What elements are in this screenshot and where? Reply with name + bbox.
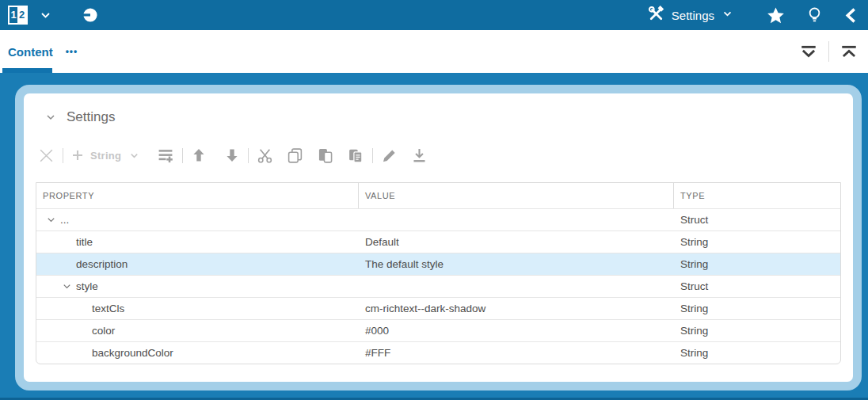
value-cell: #000 [359,320,674,341]
edit-button[interactable] [381,147,398,164]
tab-bar: Content ••• [0,30,868,73]
tab-content[interactable]: Content [0,30,53,73]
expand-panel-down-icon[interactable] [799,43,818,60]
value-cell: #FFF [359,342,674,364]
property-name: color [92,325,115,337]
property-name: description [76,258,128,270]
collapse-panel-up-icon[interactable] [839,43,858,60]
top-bar: 1 2 Settings [0,0,868,30]
value-cell: cm-richtext--dark-shadow [359,298,674,319]
value-cell [359,209,674,230]
row-expander-chevron-icon[interactable] [46,215,60,225]
property-cell: ... [36,209,359,230]
toolbar-divider [248,148,249,163]
tab-content-label: Content [8,45,53,59]
property-cell: backgroundColor [36,342,359,364]
grid-row[interactable]: backgroundColor #FFF String [36,341,840,364]
document-stage: Settings String [0,73,868,400]
grid-body: ... Struct title Default String descript… [36,208,840,364]
grid-row[interactable]: style Struct [36,275,840,297]
section-collapse-chevron-icon [45,112,56,123]
app-logo-right: 2 [17,7,26,23]
type-cell: Struct [674,209,840,230]
add-list-item-button[interactable] [157,147,174,164]
toolbar-divider [63,148,63,163]
cut-button[interactable] [257,147,273,164]
chevron-left-icon[interactable] [843,7,858,24]
settings-menu-label: Settings [672,9,714,22]
lightbulb-icon[interactable] [806,6,823,25]
app-logo[interactable]: 1 2 [8,6,28,25]
paste-all-button[interactable] [347,147,364,164]
move-up-button[interactable] [191,147,207,163]
tabbar-actions [799,41,868,62]
type-cell: String [674,342,840,364]
property-cell: style [36,276,359,297]
add-property-split-button[interactable]: String [71,149,139,162]
property-cell: textCls [36,298,359,319]
settings-menu-button[interactable]: Settings [648,6,733,25]
favorites-star-icon[interactable] [767,6,785,25]
grid-row[interactable]: ... Struct [36,208,840,230]
grid-row[interactable]: color #000 String [36,319,840,341]
value-cell: The default style [359,253,674,275]
grid-row[interactable]: title Default String [36,230,840,253]
settings-section-header[interactable]: Settings [45,109,853,125]
settings-chevron-down-icon [721,8,733,23]
grid-row[interactable]: description The default style String [36,253,840,275]
delete-property-button[interactable] [38,147,55,164]
type-cell: String [674,298,840,319]
type-cell: Struct [674,276,840,297]
struct-editor-toolbar: String [38,146,853,165]
grid-header: PROPERTY VALUE TYPE [36,183,840,208]
type-cell: String [674,320,840,341]
app-menu-chevron-down-icon[interactable] [39,9,52,22]
property-name: textCls [92,303,124,314]
property-name: title [76,236,93,248]
type-cell: String [674,253,840,275]
property-cell: description [36,253,359,275]
grid-row[interactable]: textCls cm-richtext--dark-shadow String [36,297,840,319]
value-cell [359,276,674,297]
property-cell: color [36,320,359,341]
property-name: ... [60,214,69,226]
move-down-button[interactable] [224,147,240,163]
row-expander-chevron-icon[interactable] [62,281,76,291]
app-logo-left: 1 [10,7,17,23]
section-title: Settings [67,109,115,125]
type-cell: String [674,231,840,253]
tabbar-divider [828,41,829,62]
column-header-property[interactable]: PROPERTY [36,183,359,208]
value-cell: Default [359,231,674,253]
toolbar-divider [182,148,183,163]
property-name: style [76,280,98,292]
column-header-type[interactable]: TYPE [674,183,840,208]
column-header-value[interactable]: VALUE [359,183,674,208]
paste-button[interactable] [317,147,333,164]
property-name: backgroundColor [92,347,173,359]
add-property-chevron-down-icon [129,150,139,161]
tab-overflow-menu[interactable]: ••• [66,46,78,57]
coremedia-sphere-icon[interactable] [82,7,98,23]
download-button[interactable] [411,147,428,164]
struct-property-grid: PROPERTY VALUE TYPE ... Struct title Def… [36,182,841,364]
tools-icon [648,6,664,25]
copy-button[interactable] [287,147,303,164]
add-property-type-label: String [90,150,121,162]
settings-form-panel: Settings String [15,85,862,390]
property-cell: title [36,231,359,253]
toolbar-divider [372,148,373,163]
